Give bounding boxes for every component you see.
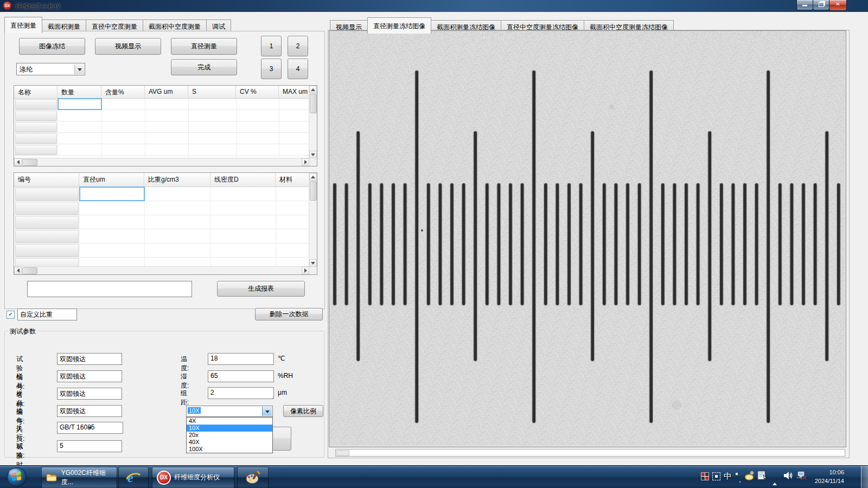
row-header[interactable] [15, 99, 57, 110]
taskbar-app-button[interactable]: DX 纤维细度分析仪 [152, 467, 234, 488]
field-value-1[interactable]: 双固顿达 [57, 370, 122, 382]
column-header-3[interactable]: AVG um [145, 86, 188, 98]
finish-button[interactable]: 完成 [171, 59, 237, 75]
column-header-3[interactable]: 线密度D [210, 173, 276, 187]
row-header[interactable] [15, 202, 79, 215]
ime-dot-icon[interactable] [736, 473, 738, 475]
taskbar-ie-button[interactable]: e [118, 467, 149, 488]
row-header[interactable] [15, 230, 79, 243]
row-header[interactable] [15, 111, 57, 121]
image-hscroll-thumb[interactable] [336, 450, 349, 456]
taskbar-paint-button[interactable] [237, 467, 269, 488]
scroll-right-button[interactable] [302, 267, 309, 274]
pixel-ratio-button[interactable]: 像素比例 [283, 405, 323, 417]
magnification-select[interactable]: 10X [186, 406, 273, 417]
dropdown-option-40X[interactable]: 40X [187, 439, 272, 446]
minimize-button[interactable] [796, 0, 813, 10]
report-filename-input[interactable] [27, 281, 192, 297]
column-header-5[interactable]: CV % [236, 86, 279, 98]
freeze-image-button[interactable]: 图像冻结 [19, 38, 85, 55]
close-button[interactable]: ✕ [829, 0, 847, 11]
row-header[interactable] [15, 244, 79, 257]
start-button[interactable] [7, 467, 27, 487]
scroll-thumb[interactable] [22, 267, 37, 274]
column-header-2[interactable]: 比重g/cm3 [144, 173, 210, 187]
vertical-scrollbar[interactable] [309, 173, 317, 267]
preset-button-1[interactable]: 1 [261, 36, 282, 56]
column-header-1[interactable]: 直径um [79, 173, 144, 187]
ime-comma-icon[interactable]: , [739, 476, 741, 484]
micrograph-image[interactable] [329, 31, 845, 445]
scroll-thumb[interactable] [310, 94, 317, 113]
field-value-0[interactable]: 双固顿达 [57, 353, 122, 365]
generate-report-button[interactable]: 生成报表 [217, 281, 305, 297]
material-select[interactable]: 涤纶 [16, 63, 85, 75]
stats-table[interactable]: 名称数量含量%AVG umSCV %MAX um [14, 85, 317, 166]
row-header[interactable] [15, 133, 57, 144]
magnification-select-arrow[interactable] [262, 407, 272, 416]
row-header[interactable] [15, 122, 57, 132]
network-status-icon[interactable]: ✕ [796, 471, 808, 482]
ime-softkeyboard-icon[interactable] [744, 471, 755, 482]
dropdown-option-10X[interactable]: 10X [187, 425, 272, 432]
fiber-table[interactable]: 编号直径um比重g/cm3线密度D材料 [14, 172, 317, 275]
tab-right-1[interactable]: 直径测量冻结图像 [367, 17, 431, 34]
param-unit-2: μm [278, 389, 287, 396]
field-value-4[interactable]: GB/T 16085 [57, 422, 123, 434]
column-header-2[interactable]: 含量% [101, 86, 145, 98]
column-header-0[interactable]: 编号 [14, 173, 79, 187]
preset-button-4[interactable]: 4 [288, 59, 308, 79]
diameter-measure-button[interactable]: 直径测量 [171, 38, 237, 55]
scroll-up-button[interactable] [309, 86, 317, 93]
delete-once-button[interactable]: 删除一次数据 [255, 308, 323, 320]
scroll-corner [309, 267, 317, 274]
field-value-2[interactable]: 双固顿达 [57, 388, 122, 400]
ime-writing-pad-icon[interactable] [757, 471, 768, 482]
custom-density-field[interactable]: 自定义比重 [17, 309, 77, 320]
selected-cell[interactable] [79, 187, 145, 201]
preset-button-3[interactable]: 3 [261, 59, 282, 79]
scroll-right-button[interactable] [302, 158, 309, 166]
param-value-2[interactable]: 2 [208, 387, 274, 399]
magnification-dropdown-list[interactable]: 4X10X20x40X100X [186, 417, 273, 453]
ime-keyboard-layout-icon[interactable] [712, 472, 720, 480]
column-header-4[interactable]: S [188, 86, 236, 98]
horizontal-scrollbar[interactable] [14, 266, 309, 274]
scroll-left-button[interactable] [14, 158, 22, 166]
row-header[interactable] [15, 188, 79, 201]
horizontal-scrollbar[interactable] [14, 158, 309, 166]
restore-button[interactable] [813, 0, 829, 10]
tab-left-0[interactable]: 直径测量 [4, 17, 42, 33]
ime-language-indicator[interactable]: 中 [724, 471, 732, 481]
ime-mspy-icon[interactable] [701, 472, 709, 480]
scroll-left-button[interactable] [14, 267, 22, 274]
scroll-up-button[interactable] [309, 173, 317, 181]
dropdown-option-100X[interactable]: 100X [187, 446, 272, 453]
scroll-down-button[interactable] [309, 259, 317, 267]
tray-clock[interactable]: 10:06 2024/11/14 [815, 468, 844, 485]
tray-expand-arrow[interactable] [773, 475, 777, 483]
row-header[interactable] [15, 216, 79, 229]
row-header[interactable] [15, 145, 57, 155]
dropdown-option-4X[interactable]: 4X [187, 418, 272, 425]
scroll-thumb[interactable] [310, 181, 317, 201]
material-select-arrow[interactable] [74, 64, 84, 74]
scroll-down-button[interactable] [309, 151, 317, 158]
field-value-5[interactable]: 5 [57, 440, 122, 452]
scroll-thumb[interactable] [22, 159, 37, 166]
show-desktop-button[interactable] [861, 466, 868, 488]
dropdown-option-20x[interactable]: 20x [187, 432, 272, 439]
param-value-1[interactable]: 65 [208, 370, 274, 382]
custom-density-checkbox[interactable]: ✔ [7, 311, 15, 319]
param-value-0[interactable]: 18 [208, 353, 274, 365]
volume-icon[interactable] [783, 471, 794, 482]
vertical-scrollbar[interactable] [309, 86, 317, 158]
field-value-3[interactable]: 双固顿达 [57, 405, 122, 417]
selected-cell[interactable] [58, 98, 102, 110]
preset-button-2[interactable]: 2 [288, 36, 308, 56]
video-display-button[interactable]: 视频显示 [95, 38, 161, 55]
column-header-0[interactable]: 名称 [14, 86, 58, 98]
taskbar-explorer-button[interactable]: YG002C纤维细度... [41, 467, 117, 488]
image-hscrollbar[interactable] [335, 449, 845, 457]
column-header-1[interactable]: 数量 [58, 86, 101, 98]
